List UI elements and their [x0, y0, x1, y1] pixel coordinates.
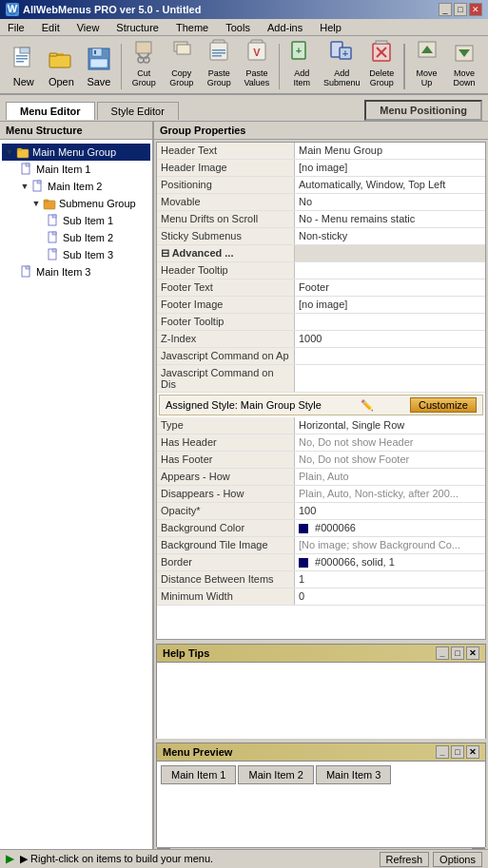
separator-3: [403, 44, 405, 89]
open-button[interactable]: Open: [44, 42, 80, 89]
border-color-swatch: [299, 558, 308, 568]
move-up-button[interactable]: Move Up: [409, 34, 445, 89]
prop-value-advanced: [295, 245, 485, 261]
prop-label-has-footer: Has Footer: [157, 452, 295, 468]
expand-icon-3: ▼: [30, 198, 42, 209]
svg-rect-57: [26, 266, 29, 269]
delete-group-button[interactable]: Delete Group: [364, 34, 400, 89]
svg-rect-47: [37, 181, 41, 183]
prop-label-footer-image: Footer Image: [157, 297, 295, 313]
tree-item-main-item-3[interactable]: Main Item 3: [2, 263, 150, 280]
add-item-button[interactable]: + Add Item: [283, 34, 320, 89]
preview-close[interactable]: ✕: [466, 745, 479, 759]
refresh-button[interactable]: Refresh: [380, 852, 430, 867]
prop-label-disappears-how: Disappears - How: [157, 486, 295, 502]
menu-file[interactable]: File: [4, 21, 29, 34]
tree-item-sub-item-2[interactable]: Sub Item 2: [2, 229, 150, 246]
help-tips-minimize[interactable]: _: [436, 646, 449, 660]
prop-label-movable: Movable: [157, 194, 295, 210]
move-down-button[interactable]: Move Down: [446, 34, 482, 89]
options-button[interactable]: Options: [433, 852, 482, 867]
svg-rect-49: [44, 200, 49, 202]
prop-js-dis: Javascript Command on Dis: [157, 365, 485, 393]
paste-group-label: Paste Group: [204, 68, 236, 87]
submenu-group-icon: [42, 196, 57, 211]
help-tips-header: Help Tips _ □ ✕: [157, 645, 485, 663]
status-arrow: ▶: [6, 853, 13, 864]
tab-style-editor[interactable]: Style Editor: [97, 102, 179, 120]
tree-item-main-item-2[interactable]: ▼ Main Item 2: [2, 178, 150, 195]
prop-value-header-tooltip: [295, 262, 485, 279]
toolbar: New Open Save Cut Group Copy Group Paste…: [0, 36, 488, 95]
help-tips-close[interactable]: ✕: [466, 646, 479, 660]
tree-label-main-item-3: Main Item 3: [36, 266, 90, 278]
customize-button[interactable]: Customize: [410, 397, 477, 413]
tree-item-sub-item-1[interactable]: Sub Item 1: [2, 212, 150, 229]
save-label: Save: [87, 76, 110, 87]
tree-item-sub-item-3[interactable]: Sub Item 3: [2, 246, 150, 263]
prop-value-footer-text: Footer: [295, 280, 485, 296]
prop-appears-how: Appears - How Plain, Auto: [157, 469, 485, 486]
tab-menu-editor[interactable]: Menu Editor: [6, 102, 95, 120]
menu-help[interactable]: Help: [316, 21, 345, 34]
move-up-icon: [412, 36, 442, 67]
paste-values-icon: V: [242, 36, 272, 67]
item-icon-3: [19, 264, 34, 280]
move-down-label: Move Down: [448, 68, 480, 87]
maximize-button[interactable]: □: [454, 3, 467, 16]
menu-edit[interactable]: Edit: [38, 21, 64, 34]
preview-item-3[interactable]: Main Item 3: [316, 765, 391, 784]
save-button[interactable]: Save: [81, 42, 117, 89]
prop-value-type: Horizontal, Single Row: [295, 417, 485, 434]
paste-group-button[interactable]: Paste Group: [202, 34, 238, 89]
new-button[interactable]: New: [6, 42, 42, 89]
svg-text:+: +: [296, 45, 302, 56]
separator-2: [279, 44, 281, 89]
window-controls[interactable]: _ □ ✕: [439, 3, 482, 16]
close-button[interactable]: ✕: [469, 3, 482, 16]
preview-menu-bar: Main Item 1 Main Item 2 Main Item 3: [161, 765, 481, 784]
edit-style-icon[interactable]: ✏️: [361, 399, 374, 412]
tree-item-main-menu-group[interactable]: ▼ Main Menu Group: [2, 144, 150, 161]
add-submenu-button[interactable]: + Add Submenu: [322, 34, 362, 89]
prop-bg-tile: Background Tile Image [No image; show Ba…: [157, 537, 485, 554]
menu-preview-controls[interactable]: _ □ ✕: [436, 745, 479, 759]
preview-item-1[interactable]: Main Item 1: [161, 765, 236, 784]
left-panel: Menu Structure ▼ Main Menu Group Main It…: [0, 122, 154, 849]
app-icon: W: [6, 3, 19, 16]
tree-item-main-item-1[interactable]: Main Item 1: [2, 161, 150, 178]
prop-value-js-appear: [295, 348, 485, 364]
right-panel: Group Properties Header Text Main Menu G…: [154, 122, 488, 849]
help-tips-restore[interactable]: □: [451, 646, 464, 660]
menu-theme[interactable]: Theme: [172, 21, 212, 34]
prop-value-bg-tile: [No image; show Background Co...: [295, 537, 485, 553]
copy-group-button[interactable]: Copy Group: [164, 34, 200, 89]
prop-label-has-header: Has Header: [157, 434, 295, 451]
menu-tools[interactable]: Tools: [222, 21, 254, 34]
preview-item-2[interactable]: Main Item 2: [238, 765, 313, 784]
prop-value-menu-drifts: No - Menu remains static: [295, 211, 485, 227]
add-item-label: Add Item: [285, 68, 318, 87]
svg-rect-4: [16, 55, 28, 57]
cut-group-icon: [128, 36, 159, 67]
svg-rect-5: [16, 58, 28, 60]
prop-opacity: Opacity* 100: [157, 503, 485, 520]
prop-has-header: Has Header No, Do not show Header: [157, 434, 485, 452]
svg-text:V: V: [253, 47, 261, 58]
minimize-button[interactable]: _: [439, 3, 452, 16]
paste-values-button[interactable]: V Paste Values: [239, 34, 275, 89]
preview-restore[interactable]: □: [451, 745, 464, 759]
menu-structure[interactable]: Structure: [112, 21, 163, 34]
menu-positioning-button[interactable]: Menu Positioning: [364, 100, 482, 121]
menu-addins[interactable]: Add-ins: [264, 21, 306, 34]
svg-rect-53: [52, 232, 56, 235]
prop-positioning: Positioning Automatically, Window, Top L…: [157, 177, 485, 194]
preview-minimize[interactable]: _: [436, 745, 449, 759]
cut-group-button[interactable]: Cut Group: [126, 34, 162, 89]
tree-item-submenu-group[interactable]: ▼ Submenu Group: [2, 195, 150, 212]
help-tips-controls[interactable]: _ □ ✕: [436, 646, 479, 660]
status-message: ▶ Right-click on items to build your men…: [20, 853, 213, 864]
menu-structure-header: Menu Structure: [0, 122, 152, 140]
svg-rect-55: [52, 249, 56, 252]
menu-view[interactable]: View: [73, 21, 104, 34]
